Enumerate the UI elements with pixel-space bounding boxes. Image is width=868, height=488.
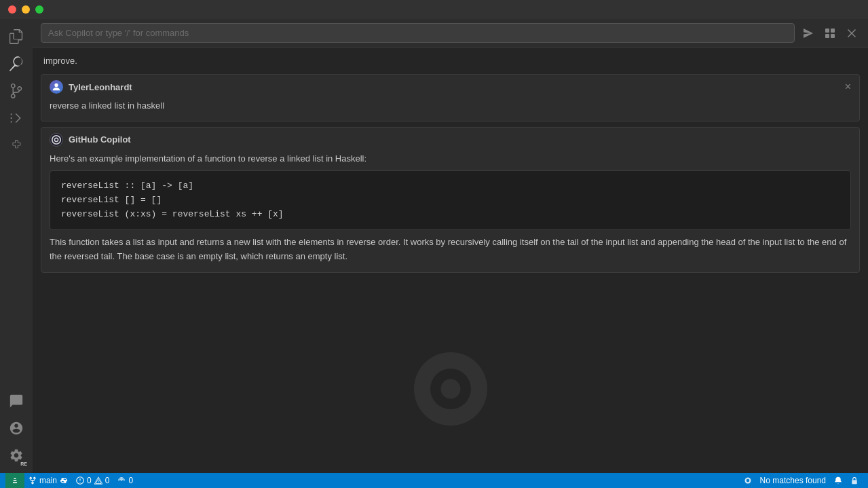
error-count: 0 (87, 476, 92, 485)
copilot-message-block: GitHub Copilot Here's an example impleme… (41, 127, 860, 273)
user-message-block: TylerLeonhardt × reverse a linked list i… (41, 74, 860, 121)
title-bar (0, 0, 868, 19)
sidebar-item-explorer[interactable] (4, 24, 29, 49)
activity-bar: RE (0, 19, 33, 473)
status-remote-icon[interactable] (5, 473, 24, 488)
status-remote[interactable]: 0 (113, 473, 137, 488)
chat-input[interactable] (41, 23, 795, 43)
status-bar: main 0 0 0 No matches found (0, 473, 868, 488)
close-panel-button[interactable] (844, 25, 860, 41)
warning-count: 0 (105, 476, 110, 485)
copilot-intro-text: Here's an example implementation of a fu… (50, 153, 366, 164)
svg-point-4 (54, 83, 58, 87)
svg-rect-3 (831, 34, 835, 38)
status-errors[interactable]: 0 0 (72, 473, 113, 488)
copilot-message-content: Here's an example implementation of a fu… (41, 152, 859, 272)
user-avatar (50, 80, 63, 94)
copilot-name: GitHub Copilot (69, 134, 131, 145)
copilot-description: This function takes a list as input and … (50, 236, 851, 264)
new-chat-button[interactable] (822, 25, 838, 41)
copilot-message-author: GitHub Copilot (50, 133, 131, 147)
sidebar-item-chat[interactable] (4, 389, 29, 413)
main-layout: RE improve. (0, 19, 868, 473)
content-area: improve. TylerLeonhardt × reverse a link… (33, 19, 868, 473)
user-message-content: reverse a linked list in haskell (41, 99, 859, 121)
code-line-3: reverseList (x:xs) = reverseList xs ++ [… (61, 208, 839, 222)
status-lock[interactable] (846, 476, 863, 485)
code-line-2: reverseList [] = [] (61, 193, 839, 208)
broadcast-icon (117, 476, 126, 485)
svg-rect-1 (831, 29, 835, 33)
sidebar-item-search[interactable] (4, 52, 29, 76)
copilot-status-icon (744, 476, 752, 485)
user-message-header: TylerLeonhardt × (41, 75, 859, 99)
svg-rect-11 (852, 480, 857, 484)
sidebar-item-account[interactable] (4, 416, 29, 440)
user-name: TylerLeonhardt (69, 82, 132, 92)
bell-icon (834, 476, 842, 485)
close-user-message-button[interactable]: × (845, 81, 851, 92)
code-line-1: reverseList :: [a] -> [a] (61, 179, 839, 193)
remote-icon (11, 476, 19, 485)
warning-icon (94, 476, 102, 485)
code-block: reverseList :: [a] -> [a] reverseList []… (50, 170, 851, 230)
svg-rect-2 (825, 34, 829, 38)
sidebar-item-settings[interactable]: RE (4, 443, 29, 468)
status-no-matches[interactable]: No matches found (756, 476, 830, 485)
remote-count: 0 (128, 476, 133, 485)
sidebar-item-run-debug[interactable] (4, 106, 29, 130)
close-traffic-light[interactable] (8, 5, 16, 14)
status-branch[interactable]: main (24, 473, 72, 488)
re-badge: RE (20, 462, 27, 466)
svg-point-10 (746, 479, 749, 483)
traffic-lights (8, 5, 43, 14)
chat-messages[interactable]: improve. TylerLeonhardt × reverse a link… (33, 48, 868, 473)
sidebar-item-extensions[interactable] (4, 133, 29, 157)
no-matches-text: No matches found (760, 476, 826, 485)
lock-icon (850, 476, 858, 485)
send-button[interactable] (800, 25, 816, 41)
copilot-message-header: GitHub Copilot (41, 128, 859, 152)
svg-rect-0 (825, 29, 829, 33)
status-right: No matches found (740, 476, 863, 485)
branch-name: main (39, 476, 57, 485)
improve-text: improve. (33, 56, 868, 74)
user-message-author: TylerLeonhardt (50, 80, 132, 94)
copilot-avatar (50, 133, 63, 147)
git-branch-icon (29, 476, 37, 485)
status-copilot[interactable] (740, 476, 756, 485)
chat-input-bar (33, 19, 868, 48)
user-message-text: reverse a linked list in haskell (50, 100, 164, 111)
error-icon (76, 476, 84, 485)
sidebar-item-source-control[interactable] (4, 79, 29, 103)
minimize-traffic-light[interactable] (22, 5, 30, 14)
sync-icon (60, 476, 68, 485)
maximize-traffic-light[interactable] (35, 5, 43, 14)
status-bell[interactable] (830, 476, 846, 485)
